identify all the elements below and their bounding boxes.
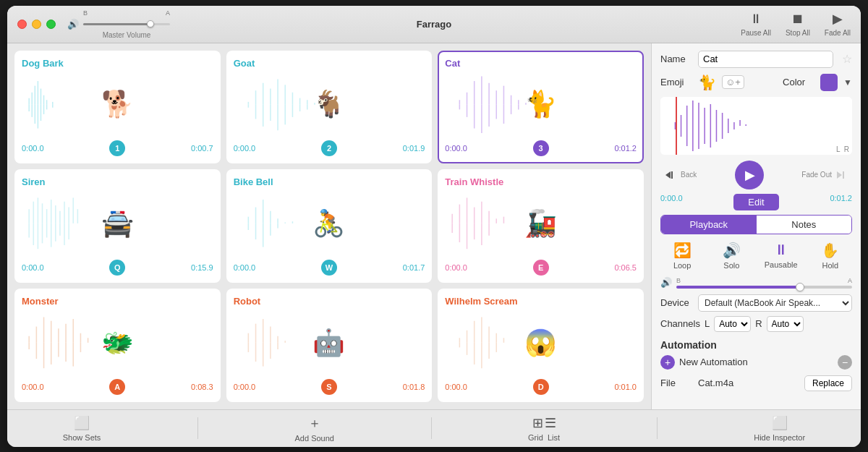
sound-card-cat[interactable]: Cat 🐈 0:00.0 3 0:01.2: [438, 51, 644, 164]
goat-title: Goat: [234, 58, 425, 69]
fade-all-button[interactable]: ▶ Fade All: [825, 11, 851, 37]
hold-label: Hold: [822, 261, 839, 270]
add-sound-button[interactable]: ＋ Add Sound: [281, 412, 349, 445]
svg-marker-171: [665, 171, 671, 179]
emoji-add-button[interactable]: ☺+: [722, 75, 744, 89]
star-button[interactable]: ☆: [842, 52, 852, 66]
dog-bark-key: 1: [109, 140, 125, 156]
loop-icon: 🔁: [673, 242, 692, 259]
name-input[interactable]: [698, 51, 833, 68]
color-dropdown-button[interactable]: ▼: [843, 77, 852, 88]
solo-control[interactable]: 🔊 Solo: [710, 242, 753, 270]
name-label: Name: [660, 54, 692, 64]
volume-icon: 🔊: [67, 19, 79, 30]
emoji-label: Emoji: [660, 77, 692, 88]
pausable-control[interactable]: ⏸ Pausable: [760, 242, 803, 270]
siren-time-end: 0:15.9: [191, 263, 213, 272]
bike-bell-time-end: 0:01.7: [403, 263, 425, 272]
sound-card-robot[interactable]: Robot 🤖 0:00.0 S 0:01.8: [226, 289, 433, 402]
monster-emoji: 🐲: [101, 328, 134, 358]
inspector-tabs: Playback Notes: [660, 215, 852, 234]
cat-key: 3: [533, 140, 549, 156]
fade-out-button[interactable]: [832, 165, 852, 185]
device-select[interactable]: Default (MacBook Air Speak...: [698, 294, 852, 312]
monster-title: Monster: [22, 296, 213, 307]
color-swatch[interactable]: [820, 74, 838, 91]
sound-card-train-whistle[interactable]: Train Whistle 🚂 0:00.0 E 0:06.5: [438, 169, 644, 283]
device-label: Device: [660, 297, 692, 308]
sound-card-wilhelm-scream[interactable]: Wilhelm Scream 😱 0:00.0 D 0:01.0: [438, 289, 644, 402]
bike-bell-title: Bike Bell: [234, 176, 425, 187]
pause-all-button[interactable]: ⏸ Pause All: [741, 12, 771, 37]
bottom-bar: ⬜ Show Sets ＋ Add Sound ⊞ ☰ Grid List ⬜ …: [7, 409, 861, 447]
wilhelm-scream-title: Wilhelm Scream: [445, 296, 637, 307]
waveform-inspector: L R: [660, 97, 852, 155]
wilhelm-scream-time-start: 0:00.0: [445, 383, 467, 391]
sound-card-siren[interactable]: Siren 🚔 0:00.0 Q 0:15.9: [14, 169, 221, 283]
wilhelm-scream-time-end: 0:01.0: [614, 383, 637, 391]
fade-icon: ▶: [833, 11, 843, 27]
sound-card-monster[interactable]: Monster 🐲 0:00.0 A 0:08.3: [14, 289, 221, 402]
show-sets-label: Show Sets: [63, 433, 101, 442]
maximize-button[interactable]: [46, 20, 56, 29]
inspector-panel: Name ☆ Emoji 🐈 ☺+ Color ▼: [651, 43, 861, 409]
sound-card-dog-bark[interactable]: Dog Bark 🐕 0:00.0 1 0:00.7: [14, 51, 221, 164]
hide-inspector-label: Hide Inspector: [754, 433, 805, 442]
robot-emoji: 🤖: [312, 328, 345, 358]
hold-control[interactable]: ✋ Hold: [809, 242, 852, 270]
bike-bell-key: W: [321, 260, 337, 276]
tab-playback[interactable]: Playback: [661, 216, 757, 234]
cat-time-start: 0:00.0: [445, 144, 467, 153]
solo-label: Solo: [723, 261, 739, 270]
transport-time-end: 0:01.2: [830, 194, 852, 210]
sound-grid: Dog Bark 🐕 0:00.0 1 0:00.7: [7, 43, 651, 409]
svg-rect-146: [660, 97, 852, 155]
train-whistle-time-start: 0:00.0: [445, 263, 467, 272]
ch-r-label: R: [755, 318, 762, 329]
grid-icon: ⊞: [532, 415, 543, 431]
ch-r-select[interactable]: Auto: [767, 316, 804, 332]
add-automation-button[interactable]: +: [660, 355, 675, 370]
back-button[interactable]: [660, 165, 681, 185]
traffic-lights: [17, 20, 56, 29]
grid-list-toggle[interactable]: ⊞ ☰ Grid List: [514, 412, 574, 445]
master-volume-area: 🔊 B A Master Volume: [67, 9, 170, 39]
add-sound-label: Add Sound: [295, 434, 334, 443]
wilhelm-scream-emoji: 😱: [524, 328, 557, 358]
siren-waveform: 🚔: [22, 190, 213, 257]
file-label: File: [660, 378, 692, 388]
file-row: File Cat.m4a Replace: [660, 375, 852, 391]
minimize-button[interactable]: [32, 20, 41, 29]
divider-1: [197, 417, 198, 439]
dog-bark-time-start: 0:00.0: [22, 144, 44, 153]
transport-times: 0:00.0 Edit 0:01.2: [660, 194, 852, 210]
remove-automation-button[interactable]: −: [838, 355, 852, 370]
bike-bell-emoji: 🚴: [312, 208, 345, 239]
ch-l-select[interactable]: Auto: [714, 316, 751, 332]
playhead: [676, 97, 677, 155]
monster-key: A: [109, 379, 125, 395]
pausable-label: Pausable: [765, 260, 798, 269]
tab-notes[interactable]: Notes: [757, 216, 852, 234]
divider-3: [657, 417, 658, 439]
replace-button[interactable]: Replace: [804, 375, 852, 391]
show-sets-button[interactable]: ⬜ Show Sets: [48, 412, 116, 445]
play-button[interactable]: ▶: [735, 161, 764, 189]
edit-button[interactable]: Edit: [733, 194, 778, 210]
close-button[interactable]: [17, 20, 27, 29]
toolbar-right: ⏸ Pause All ⏹ Stop All ▶ Fade All: [741, 11, 851, 37]
divider-2: [431, 417, 432, 439]
vol-marker-a: A: [166, 9, 170, 17]
new-automation-row: + New Automation −: [660, 355, 852, 370]
hide-inspector-button[interactable]: ⬜ Hide Inspector: [739, 412, 820, 445]
volume-slider[interactable]: [676, 286, 852, 289]
siren-emoji: 🚔: [101, 208, 134, 239]
master-volume-slider[interactable]: [83, 18, 170, 30]
loop-control[interactable]: 🔁 Loop: [660, 242, 704, 270]
wilhelm-scream-key: D: [533, 379, 549, 395]
stop-all-button[interactable]: ⏹ Stop All: [786, 12, 810, 37]
sound-card-goat[interactable]: Goat 🐐 0:00.0 2 0:01.9: [226, 51, 433, 164]
svg-rect-172: [671, 171, 673, 179]
sound-card-bike-bell[interactable]: Bike Bell 🚴 0:00.0 W 0:01.7: [226, 169, 433, 283]
siren-time-start: 0:00.0: [22, 263, 44, 272]
